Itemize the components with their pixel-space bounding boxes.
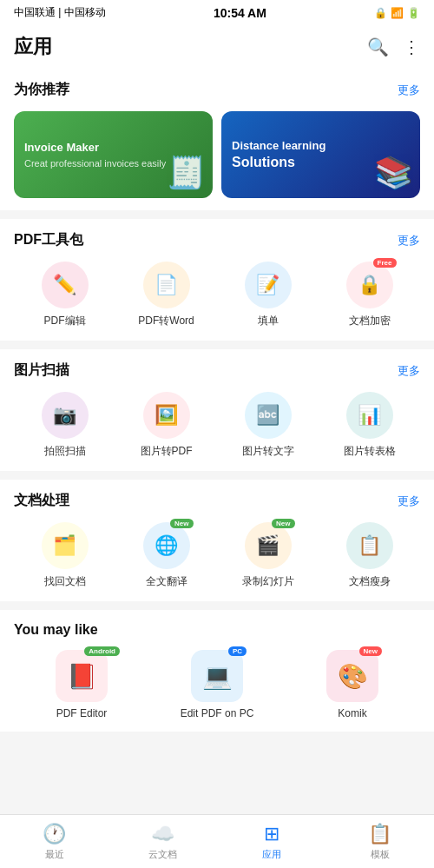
doc-process-more[interactable]: 更多 bbox=[398, 494, 420, 509]
cloud-icon: ☁️ bbox=[151, 823, 174, 845]
photo-scan-icon: 📷 bbox=[53, 404, 76, 427]
img-text-icon-wrap: 🔤 bbox=[245, 392, 292, 439]
invoice-text: Invoice Maker Creat professional invoice… bbox=[24, 141, 166, 169]
tool-img-text[interactable]: 🔤 图片转文字 bbox=[217, 392, 319, 459]
fill-form-icon-wrap: 📝 bbox=[245, 262, 292, 308]
search-icon[interactable]: 🔍 bbox=[367, 36, 389, 57]
free-badge: Free bbox=[373, 258, 397, 268]
img-table-icon: 📊 bbox=[358, 404, 381, 427]
img-text-icon: 🔤 bbox=[256, 404, 279, 427]
recommend-section: 为你推荐 更多 Invoice Maker Creat professional… bbox=[0, 69, 434, 210]
doc-encrypt-icon-wrap: 🔒 Free bbox=[346, 262, 393, 308]
app-pdf-editor[interactable]: 📕 Android PDF Editor bbox=[14, 650, 149, 719]
komik-icon: 🎨 bbox=[338, 662, 368, 691]
banner-row: Invoice Maker Creat professional invoice… bbox=[14, 111, 420, 198]
recover-doc-icon-wrap: 🗂️ bbox=[42, 522, 89, 569]
tool-pdf-edit[interactable]: ✏️ PDF编辑 bbox=[14, 262, 115, 328]
komik-label: Komik bbox=[338, 707, 366, 719]
doc-process-section: 文档处理 更多 🗂️ 找回文档 🌐 New 全文翻译 🎬 New bbox=[0, 480, 434, 601]
status-bar: 中国联通 | 中国移动 10:54 AM 🔒 📶 🔋 bbox=[0, 0, 434, 25]
tool-record-slide[interactable]: 🎬 New 录制幻灯片 bbox=[217, 522, 319, 589]
photo-scan-icon-wrap: 📷 bbox=[42, 392, 89, 439]
more-icon[interactable]: ⋮ bbox=[403, 36, 420, 57]
distance-icon: 📚 bbox=[374, 155, 413, 191]
carrier-info: 中国联通 | 中国移动 bbox=[14, 5, 106, 20]
new-badge-komik: New bbox=[359, 646, 382, 656]
pdf-editor-label: PDF Editor bbox=[56, 707, 108, 719]
img-pdf-label: 图片转PDF bbox=[141, 444, 193, 459]
pdf-tools-title: PDF工具包 bbox=[14, 231, 83, 249]
recent-icon: 🕐 bbox=[43, 823, 66, 845]
app-komik[interactable]: 🎨 New Komik bbox=[285, 650, 420, 719]
nav-cloud[interactable]: ☁️ 云文档 bbox=[108, 815, 217, 868]
tool-pdf-word[interactable]: 📄 PDF转Word bbox=[115, 262, 217, 328]
pdf-tools-header: PDF工具包 更多 bbox=[14, 231, 420, 249]
fill-form-icon: 📝 bbox=[256, 274, 279, 296]
tool-slim-doc[interactable]: 📋 文档瘦身 bbox=[319, 522, 420, 589]
image-scan-section: 图片扫描 更多 📷 拍照扫描 🖼️ 图片转PDF 🔤 图片转文字 bbox=[0, 349, 434, 471]
nav-template[interactable]: 📋 模板 bbox=[326, 815, 434, 868]
invoice-icon: 🧾 bbox=[167, 155, 206, 191]
tool-img-table[interactable]: 📊 图片转表格 bbox=[319, 392, 420, 459]
image-scan-more[interactable]: 更多 bbox=[398, 363, 420, 379]
slim-doc-label: 文档瘦身 bbox=[349, 574, 391, 589]
img-text-label: 图片转文字 bbox=[242, 444, 294, 459]
tool-translate[interactable]: 🌐 New 全文翻译 bbox=[115, 522, 217, 589]
img-pdf-icon: 🖼️ bbox=[155, 404, 178, 427]
pdf-tools-section: PDF工具包 更多 ✏️ PDF编辑 📄 PDF转Word 📝 填单 bbox=[0, 219, 434, 341]
doc-encrypt-label: 文档加密 bbox=[349, 314, 391, 328]
distance-text: Distance learning Solutions bbox=[232, 139, 326, 170]
android-badge: Android bbox=[84, 646, 120, 656]
recommend-more[interactable]: 更多 bbox=[398, 83, 420, 98]
pdf-editor-icon: 📕 bbox=[67, 662, 97, 691]
pdf-word-icon: 📄 bbox=[155, 274, 178, 296]
translate-icon-wrap: 🌐 New bbox=[143, 522, 190, 569]
recommend-header: 为你推荐 更多 bbox=[14, 81, 420, 99]
new-badge-record: New bbox=[272, 519, 294, 528]
tool-fill-form[interactable]: 📝 填单 bbox=[217, 262, 319, 328]
image-scan-title: 图片扫描 bbox=[14, 361, 69, 380]
nav-recent[interactable]: 🕐 最近 bbox=[0, 815, 108, 868]
tool-img-pdf[interactable]: 🖼️ 图片转PDF bbox=[115, 392, 217, 459]
pc-badge: PC bbox=[228, 646, 247, 656]
invoice-subtitle: Creat professional invoices easily bbox=[24, 158, 166, 169]
template-icon: 📋 bbox=[368, 823, 391, 845]
cloud-label: 云文档 bbox=[148, 848, 177, 861]
record-slide-label: 录制幻灯片 bbox=[242, 574, 294, 589]
pdf-edit-icon: ✏️ bbox=[53, 274, 76, 296]
slim-doc-icon-wrap: 📋 bbox=[346, 522, 393, 569]
apps-icon: ⊞ bbox=[264, 823, 279, 845]
header-actions: 🔍 ⋮ bbox=[367, 36, 420, 57]
invoice-title: Invoice Maker bbox=[24, 141, 166, 156]
distance-title: Distance learning bbox=[232, 139, 326, 154]
edit-pdf-pc-label: Edit PDF on PC bbox=[181, 707, 254, 719]
img-pdf-icon-wrap: 🖼️ bbox=[143, 392, 190, 439]
pdf-editor-icon-wrap: 📕 Android bbox=[56, 650, 108, 702]
img-table-icon-wrap: 📊 bbox=[346, 392, 393, 439]
invoice-banner-card[interactable]: Invoice Maker Creat professional invoice… bbox=[14, 111, 213, 198]
pdf-word-icon-wrap: 📄 bbox=[143, 262, 190, 308]
slim-doc-icon: 📋 bbox=[358, 534, 381, 557]
pdf-tools-more[interactable]: 更多 bbox=[398, 233, 420, 248]
edit-pdf-pc-icon: 💻 bbox=[202, 662, 233, 691]
status-time: 10:54 AM bbox=[214, 6, 266, 20]
distance-banner-card[interactable]: Distance learning Solutions 📚 bbox=[221, 111, 420, 198]
tool-doc-encrypt[interactable]: 🔒 Free 文档加密 bbox=[319, 262, 420, 328]
app-list: 📕 Android PDF Editor 💻 PC Edit PDF on PC… bbox=[14, 650, 420, 719]
main-content: 为你推荐 更多 Invoice Maker Creat professional… bbox=[0, 69, 434, 801]
tool-recover-doc[interactable]: 🗂️ 找回文档 bbox=[14, 522, 115, 589]
apps-label: 应用 bbox=[262, 848, 281, 861]
lock-icon: 🔒 bbox=[374, 7, 387, 19]
pdf-edit-label: PDF编辑 bbox=[44, 314, 86, 328]
image-scan-grid: 📷 拍照扫描 🖼️ 图片转PDF 🔤 图片转文字 📊 图片 bbox=[14, 392, 420, 459]
recommend-title: 为你推荐 bbox=[14, 81, 69, 99]
you-may-like-section: You may like 📕 Android PDF Editor 💻 PC E… bbox=[0, 610, 434, 732]
app-header: 应用 🔍 ⋮ bbox=[0, 25, 434, 69]
app-edit-pdf-pc[interactable]: 💻 PC Edit PDF on PC bbox=[149, 650, 285, 719]
image-scan-header: 图片扫描 更多 bbox=[14, 361, 420, 380]
komik-icon-wrap: 🎨 New bbox=[326, 650, 378, 702]
fill-form-label: 填单 bbox=[258, 314, 279, 328]
nav-apps[interactable]: ⊞ 应用 bbox=[217, 815, 326, 868]
doc-process-title: 文档处理 bbox=[14, 492, 69, 510]
tool-photo-scan[interactable]: 📷 拍照扫描 bbox=[14, 392, 115, 459]
